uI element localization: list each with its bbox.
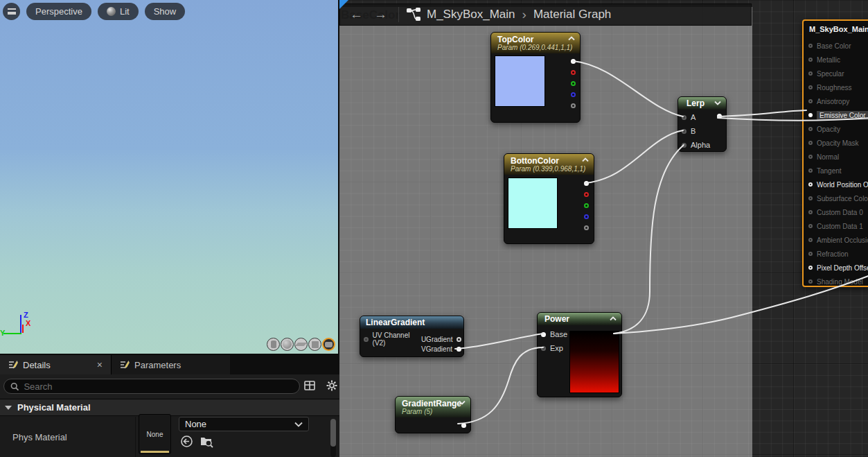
expand-chevron-down-icon[interactable] xyxy=(459,400,466,405)
output-pin-row-subsurface-color[interactable]: Subsurface Color xyxy=(804,191,868,205)
back-arrow-icon[interactable]: ← xyxy=(344,7,369,22)
bottoncolor-b-output-pin[interactable] xyxy=(584,214,589,219)
topcolor-b-output-pin[interactable] xyxy=(571,92,576,97)
browse-to-asset-icon[interactable] xyxy=(200,435,214,448)
use-selected-asset-icon[interactable] xyxy=(180,435,193,448)
input-pin-icon[interactable] xyxy=(808,252,813,256)
input-pin-icon[interactable] xyxy=(808,196,813,200)
cylinder-mesh-button[interactable] xyxy=(267,338,280,351)
collapse-chevron-up-icon[interactable] xyxy=(610,316,617,321)
output-pin-row-shading-model[interactable]: Shading Model xyxy=(804,275,868,288)
lit-button[interactable]: Lit xyxy=(98,3,139,20)
lerp-alpha-input-pin[interactable] xyxy=(682,143,687,148)
output-pin-row-pixel-depth-offset[interactable]: Pixel Depth Offset xyxy=(804,261,868,275)
collapse-chevron-up-icon[interactable] xyxy=(582,157,589,162)
chevron-down-icon xyxy=(294,422,303,427)
input-pin-icon[interactable] xyxy=(808,99,813,103)
input-pin-icon[interactable] xyxy=(808,266,813,270)
input-pin-icon[interactable] xyxy=(808,44,813,48)
bottoncolor-rgb-output-pin[interactable] xyxy=(584,181,589,186)
input-pin-icon[interactable] xyxy=(808,238,813,242)
viewport-toolbar: Perspective Lit Show xyxy=(3,3,185,20)
phys-material-thumbnail[interactable]: None xyxy=(139,414,171,454)
output-pin-row-refraction[interactable]: Refraction xyxy=(804,247,868,261)
input-pin-icon[interactable] xyxy=(808,71,813,76)
output-pin-row-emissive-color[interactable]: Emissive Color xyxy=(804,108,868,122)
input-pin-icon[interactable] xyxy=(808,279,813,284)
breadcrumb-asset-name[interactable]: M_SkyBox_Main xyxy=(427,8,515,21)
collapse-chevron-up-icon[interactable] xyxy=(568,36,575,41)
bottoncolor-g-output-pin[interactable] xyxy=(584,203,589,208)
input-pin-icon[interactable] xyxy=(808,182,813,187)
details-scrollbar[interactable] xyxy=(330,419,336,457)
search-input[interactable] xyxy=(24,381,293,392)
perspective-button[interactable]: Perspective xyxy=(26,3,91,20)
power-exp-input-pin[interactable] xyxy=(541,346,546,351)
sphere-mesh-button[interactable] xyxy=(281,338,294,351)
tab-parameters[interactable]: Parameters xyxy=(111,355,230,374)
bottoncolor-r-output-pin[interactable] xyxy=(584,192,589,197)
output-pin-row-custom-data-0[interactable]: Custom Data 0 xyxy=(804,205,868,219)
output-pin-row-specular[interactable]: Specular xyxy=(804,67,868,80)
node-bottoncolor[interactable]: BottonColor Param (0.399,0.968,1,1) xyxy=(504,153,594,244)
input-pin-icon[interactable] xyxy=(808,113,813,117)
input-pin-icon[interactable] xyxy=(808,224,813,228)
search-field[interactable] xyxy=(3,379,300,394)
expand-chevron-down-icon[interactable] xyxy=(714,101,721,105)
node-material-output[interactable]: M_SkyBox_Main Base ColorMetallicSpecular… xyxy=(802,19,868,287)
topcolor-r-output-pin[interactable] xyxy=(571,70,576,75)
input-pin-icon[interactable] xyxy=(808,127,813,131)
gradientrange-output-pin[interactable] xyxy=(461,423,466,428)
lerp-output-pin[interactable] xyxy=(717,114,722,119)
topcolor-rgb-output-pin[interactable] xyxy=(571,59,576,64)
input-pin-icon[interactable] xyxy=(808,169,813,173)
topcolor-g-output-pin[interactable] xyxy=(571,81,576,86)
output-pin-row-tangent[interactable]: Tangent xyxy=(804,164,868,178)
lineargradient-uv-input-pin[interactable] xyxy=(364,337,369,342)
preview-viewport[interactable]: Perspective Lit Show Z X Y xyxy=(0,0,339,355)
ugradient-output-pin[interactable] xyxy=(457,337,461,342)
output-pin-row-normal[interactable]: Normal xyxy=(804,150,868,164)
scrollbar-thumb[interactable] xyxy=(330,419,336,447)
topcolor-a-output-pin[interactable] xyxy=(571,103,576,108)
lerp-b-input-pin[interactable] xyxy=(682,129,687,134)
output-pin-row-world-position-offset[interactable]: World Position Offset xyxy=(804,178,868,191)
view-options-table-icon[interactable] xyxy=(303,379,316,392)
material-graph-canvas[interactable]: BaseColor ← → M_SkyBox_Main › Material G… xyxy=(339,0,868,457)
topcolor-swatch[interactable] xyxy=(495,55,545,107)
node-gradientrange[interactable]: GradientRange Param (5) xyxy=(395,396,471,433)
output-pin-row-base-color[interactable]: Base Color xyxy=(804,39,868,53)
output-pin-row-opacity[interactable]: Opacity xyxy=(804,122,868,136)
settings-gear-icon[interactable] xyxy=(326,379,338,392)
input-pin-icon[interactable] xyxy=(808,141,813,145)
power-base-input-pin[interactable] xyxy=(541,332,546,337)
output-pin-row-roughness[interactable]: Roughness xyxy=(804,80,868,94)
teapot-mesh-button[interactable] xyxy=(322,338,335,351)
bottoncolor-swatch[interactable] xyxy=(508,178,558,229)
node-lerp[interactable]: Lerp A B Alpha xyxy=(677,96,727,152)
cube-mesh-button[interactable] xyxy=(308,338,321,351)
output-pin-row-custom-data-1[interactable]: Custom Data 1 xyxy=(804,219,868,233)
output-pin-row-anisotropy[interactable]: Anisotropy xyxy=(804,94,868,108)
input-pin-icon[interactable] xyxy=(808,85,813,89)
show-button[interactable]: Show xyxy=(145,3,186,20)
input-pin-icon[interactable] xyxy=(808,58,813,62)
node-topcolor[interactable]: TopColor Param (0.269,0.441,1,1) xyxy=(490,32,581,123)
bottoncolor-a-output-pin[interactable] xyxy=(584,225,589,230)
tab-details[interactable]: Details × xyxy=(0,355,111,374)
lerp-a-input-pin[interactable] xyxy=(682,115,687,120)
phys-material-dropdown[interactable]: None xyxy=(179,417,309,431)
input-pin-icon[interactable] xyxy=(808,155,813,159)
close-tab-icon[interactable]: × xyxy=(97,359,103,370)
node-power[interactable]: Power Base Exp xyxy=(537,312,622,397)
input-pin-icon[interactable] xyxy=(808,210,813,214)
plane-mesh-button[interactable] xyxy=(294,338,308,351)
output-pin-row-opacity-mask[interactable]: Opacity Mask xyxy=(804,136,868,150)
viewport-menu-button[interactable] xyxy=(3,3,20,20)
node-lineargradient[interactable]: LinearGradient UV Channel (V2) UGradient… xyxy=(360,316,464,357)
vgradient-output-pin[interactable] xyxy=(457,347,461,352)
output-pin-row-metallic[interactable]: Metallic xyxy=(804,53,868,67)
column-divider[interactable] xyxy=(135,417,136,457)
forward-arrow-icon[interactable]: → xyxy=(369,7,393,22)
output-pin-row-ambient-occlusion[interactable]: Ambient Occlusion xyxy=(804,233,868,247)
